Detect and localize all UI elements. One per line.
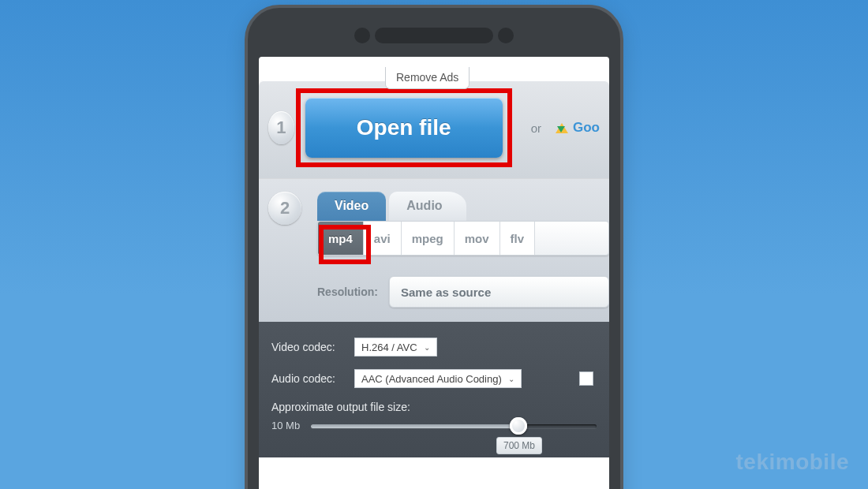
format-mov[interactable]: mov — [455, 222, 500, 255]
phone-frame: Remove Ads 1 Open file or Goo 2 — [245, 5, 623, 489]
google-drive-icon — [556, 123, 568, 133]
codec-checkbox[interactable] — [579, 371, 593, 386]
format-mpeg[interactable]: mpeg — [402, 222, 455, 255]
phone-screen: Remove Ads 1 Open file or Goo 2 — [259, 57, 609, 489]
approx-size-label: Approximate output file size: — [271, 401, 597, 413]
step-1-panel: 1 Open file or Goo — [259, 80, 609, 178]
highlight-mp4 — [319, 225, 371, 264]
size-slider[interactable]: 10 Mb 700 Mb — [271, 418, 597, 450]
phone-earpiece — [375, 28, 493, 43]
tab-audio[interactable]: Audio — [389, 192, 466, 221]
slider-value-label: 700 Mb — [496, 437, 542, 454]
brand-watermark: tekimobile — [736, 450, 849, 475]
chevron-down-icon: ⌄ — [424, 343, 430, 352]
audio-codec-label: Audio codec: — [271, 372, 346, 385]
audio-codec-select[interactable]: AAC (Advanced Audio Coding) ⌄ — [354, 369, 522, 388]
resolution-value: Same as source — [401, 286, 491, 299]
phone-sensor-left — [354, 28, 370, 43]
phone-sensor-right — [498, 28, 514, 43]
audio-codec-value: AAC (Advanced Audio Coding) — [361, 373, 502, 385]
highlight-open-file — [296, 88, 512, 167]
step-2-panel: 2 Video Audio mp4 avi mpeg mov flv Re — [259, 178, 609, 322]
step-1-badge: 1 — [268, 111, 294, 144]
tab-video[interactable]: Video — [317, 192, 386, 221]
resolution-select[interactable]: Same as source — [389, 276, 609, 308]
google-drive-label: Goo — [573, 120, 600, 136]
video-codec-select[interactable]: H.264 / AVC ⌄ — [354, 338, 437, 356]
slider-thumb[interactable] — [510, 417, 527, 435]
step-2-badge: 2 — [268, 192, 301, 225]
slider-track — [311, 424, 597, 428]
or-label: or — [531, 121, 541, 135]
video-codec-label: Video codec: — [271, 341, 346, 353]
chevron-down-icon: ⌄ — [508, 375, 514, 383]
video-codec-value: H.264 / AVC — [361, 342, 417, 353]
slider-filled — [311, 424, 516, 428]
size-min-label: 10 Mb — [271, 420, 300, 431]
format-flv[interactable]: flv — [500, 222, 536, 255]
remove-ads-button[interactable]: Remove Ads — [385, 67, 470, 89]
codec-panel: Video codec: H.264 / AVC ⌄ Audio codec: … — [259, 322, 609, 457]
media-tabs: Video Audio — [317, 192, 609, 221]
resolution-label: Resolution: — [317, 286, 378, 298]
google-drive-link[interactable]: Goo — [556, 120, 600, 136]
